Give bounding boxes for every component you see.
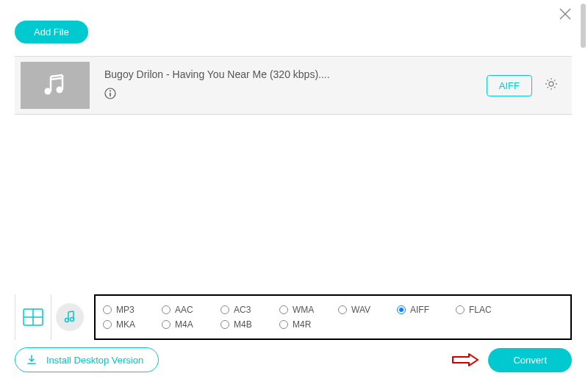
format-label: AIFF — [410, 305, 429, 315]
svg-point-5 — [110, 91, 111, 92]
format-label: M4B — [234, 319, 252, 330]
add-file-button[interactable]: Add File — [15, 21, 88, 43]
bottom-bar: Install Desktop Version Convert — [15, 347, 572, 372]
music-icon — [62, 310, 77, 325]
film-icon — [23, 308, 43, 326]
music-note-icon — [40, 71, 70, 100]
install-desktop-button[interactable]: Install Desktop Version — [15, 347, 159, 372]
radio-circle-icon — [338, 305, 347, 314]
svg-point-12 — [71, 318, 74, 322]
format-radio-wav[interactable]: WAV — [338, 302, 397, 317]
format-label: AAC — [175, 305, 193, 315]
radio-circle-icon — [220, 305, 229, 314]
format-label: M4A — [175, 319, 193, 330]
file-item: Bugoy Drilon - Having You Near Me (320 k… — [15, 56, 572, 115]
radio-circle-icon — [279, 320, 288, 329]
radio-circle-icon — [162, 320, 171, 329]
download-icon — [26, 354, 37, 366]
format-label: M4R — [293, 319, 311, 330]
formats-box: MP3AACAC3WMAWAVAIFFFLAC MKAM4AM4BM4R — [94, 294, 572, 340]
radio-circle-icon — [220, 320, 229, 329]
format-badge[interactable]: AIFF — [487, 75, 532, 96]
audio-tab[interactable] — [51, 294, 88, 340]
arrow-annotation-icon — [451, 353, 479, 366]
audio-thumbnail — [21, 62, 90, 109]
format-bar: MP3AACAC3WMAWAVAIFFFLAC MKAM4AM4BM4R — [15, 294, 572, 340]
gear-icon[interactable] — [544, 77, 559, 94]
format-radio-aiff[interactable]: AIFF — [397, 302, 456, 317]
radio-circle-icon — [397, 305, 406, 314]
info-icon[interactable] — [104, 88, 487, 102]
format-radio-ac3[interactable]: AC3 — [220, 302, 279, 317]
format-label: MKA — [116, 319, 135, 330]
format-label: MP3 — [116, 305, 135, 315]
format-label: AC3 — [234, 305, 251, 315]
svg-point-7 — [549, 82, 553, 86]
radio-circle-icon — [103, 305, 112, 314]
radio-circle-icon — [103, 320, 112, 329]
format-radio-m4b[interactable]: M4B — [220, 317, 279, 332]
install-label: Install Desktop Version — [46, 355, 143, 366]
format-radio-m4a[interactable]: M4A — [162, 317, 220, 332]
format-label: WAV — [351, 305, 370, 315]
format-radio-mka[interactable]: MKA — [103, 317, 162, 332]
radio-circle-icon — [456, 305, 465, 314]
format-radio-flac[interactable]: FLAC — [456, 302, 514, 317]
convert-button[interactable]: Convert — [488, 348, 572, 372]
format-label: FLAC — [469, 305, 492, 315]
svg-point-3 — [57, 87, 63, 93]
video-tab[interactable] — [15, 294, 51, 340]
svg-point-11 — [65, 319, 69, 322]
format-label: WMA — [293, 305, 314, 315]
svg-point-2 — [45, 88, 51, 95]
format-radio-wma[interactable]: WMA — [279, 302, 338, 317]
format-radio-m4r[interactable]: M4R — [279, 317, 338, 332]
file-title: Bugoy Drilon - Having You Near Me (320 k… — [104, 68, 487, 80]
scrollbar[interactable] — [581, 4, 586, 48]
radio-circle-icon — [279, 305, 288, 314]
radio-circle-icon — [162, 305, 171, 314]
format-radio-aac[interactable]: AAC — [162, 302, 220, 317]
close-icon[interactable] — [559, 7, 572, 24]
format-radio-mp3[interactable]: MP3 — [103, 302, 162, 317]
